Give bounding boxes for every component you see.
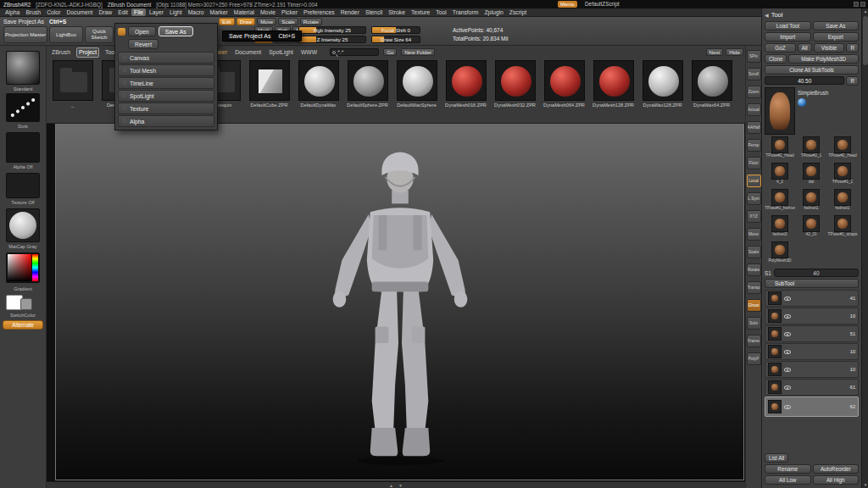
visibility-eye-icon[interactable] (784, 385, 791, 390)
recent-tool-thumbnail[interactable] (834, 136, 851, 153)
window-button-icon[interactable] (854, 2, 859, 7)
subtool-thumbnail[interactable] (768, 291, 782, 305)
clone-button[interactable]: Clone (765, 54, 787, 64)
shelf-toggle-button[interactable]: Scroll (747, 68, 761, 80)
z-intensity-slider[interactable]: Z Intensity 25 (298, 36, 366, 43)
menu-item[interactable]: Brush (23, 8, 43, 16)
menu-item[interactable]: Macro (186, 8, 207, 16)
menu-item[interactable]: Movie (258, 8, 278, 16)
mode-button[interactable]: Move (257, 18, 276, 25)
menu-item[interactable]: Material (231, 8, 257, 16)
lightbox-item[interactable]: DynaMesh032.ZPR (491, 59, 539, 122)
shelf-toggle-button[interactable]: Frame (747, 335, 761, 347)
menu-item[interactable]: Marker (208, 8, 231, 16)
goz-all-button[interactable]: All (798, 43, 812, 53)
alternate-button[interactable]: Alternate (3, 320, 43, 330)
rgb-intensity-slider[interactable]: Rgb Intensity 25 (298, 26, 366, 34)
recent-tool-thumbnail[interactable] (803, 136, 820, 153)
lightbox-item-thumbnail[interactable] (446, 60, 487, 101)
file-menu-section[interactable]: SpotLight (118, 90, 214, 102)
subtool-row[interactable]: 41 (765, 290, 859, 307)
recent-tool-item[interactable]: helmet1 (827, 189, 858, 214)
lightbox-item[interactable]: DefaultDynaWax (294, 59, 342, 122)
recent-tool-thumbnail[interactable] (803, 189, 820, 206)
current-stroke-thumbnail[interactable] (6, 93, 40, 122)
memo-badge[interactable]: Memo (558, 1, 577, 8)
menu-item[interactable]: Document (64, 8, 95, 16)
menu-item[interactable]: Light (167, 8, 185, 16)
focal-shift-slider[interactable]: Focal Shift 0 (371, 26, 420, 34)
scroll-down-icon[interactable]: ▼ (862, 482, 868, 488)
gradient-label[interactable]: Gradient (0, 286, 46, 291)
lightbox-item[interactable]: DynaWax128.ZPR (638, 59, 687, 122)
tool-value-slider[interactable]: 40.50 (765, 76, 844, 85)
collapse-arrow-icon[interactable]: ◀ (765, 12, 769, 18)
subtool-row[interactable]: 10 (765, 308, 859, 324)
current-material-thumbnail[interactable] (6, 208, 40, 242)
lightbox-item-thumbnail[interactable] (495, 60, 536, 101)
import-button[interactable]: Import (765, 32, 811, 42)
subtool-row[interactable]: 51 (765, 325, 859, 342)
recent-tool-item[interactable]: PolyMesh3D (765, 241, 795, 267)
recent-tool-item[interactable]: helmet3 (765, 215, 795, 241)
rename-button[interactable]: Rename (765, 464, 811, 474)
mode-button[interactable]: Scale (278, 18, 298, 25)
export-button[interactable]: Export (813, 32, 860, 42)
recent-tool-item[interactable]: TPose#1_1 (827, 163, 858, 188)
save-as-button[interactable]: Save As (813, 21, 860, 30)
shelf-toggle-button[interactable]: Transp (747, 281, 761, 294)
shelf-toggle-button[interactable]: AAHalf (747, 121, 761, 134)
lightbox-item-thumbnail[interactable] (348, 60, 388, 101)
recent-tool-item[interactable]: dal (796, 163, 826, 188)
subtool-row[interactable]: 61 (765, 379, 859, 396)
shelf-toggle-button[interactable]: Ghost (747, 299, 761, 312)
shelf-toggle-button[interactable]: L.Sym (747, 192, 761, 205)
shelf-toggle-button[interactable]: Solo (747, 317, 761, 330)
menu-item[interactable]: Tool (433, 8, 448, 16)
shelf-toggle-button[interactable]: SPix (747, 50, 761, 63)
lightbox-tab[interactable]: Document (233, 48, 263, 57)
file-menu-section[interactable]: Canvas (118, 52, 214, 64)
lightbox-item-thumbnail[interactable] (53, 60, 93, 101)
shelf-toggle-button[interactable]: Floor (747, 157, 761, 169)
lightbox-item[interactable]: DefaultWaxSphere (392, 59, 441, 122)
recent-tool-item[interactable]: 42_Ol (796, 215, 826, 241)
lightbox-search-box[interactable]: *.* (330, 48, 379, 56)
draw-size-slider[interactable]: Draw Size 64 (371, 36, 420, 43)
lightbox-item-thumbnail[interactable] (692, 60, 732, 101)
shelf-toggle-button[interactable]: Zoom (747, 86, 761, 98)
file-menu-section[interactable]: Texture (118, 103, 214, 114)
subtool-thumbnail[interactable] (768, 363, 782, 376)
simple-brush-icon[interactable] (798, 98, 806, 107)
all-low-button[interactable]: All Low (765, 475, 811, 485)
recent-tool-item[interactable]: TPose#1_straps (827, 215, 858, 241)
recent-tool-thumbnail[interactable] (771, 215, 788, 232)
menu-item[interactable]: Stencil (363, 8, 385, 16)
scroll-up-icon[interactable]: ▲ (389, 483, 393, 488)
clone-all-subtools-button[interactable]: Clone All SubTools (765, 65, 859, 75)
lightbox-item-thumbnail[interactable] (397, 60, 437, 101)
shelf-toggle-button[interactable]: Scale (747, 246, 761, 258)
lightbox-item[interactable]: DefaultSphere.ZPR (343, 59, 392, 122)
saturation-square[interactable] (8, 254, 31, 281)
lightbox-item[interactable]: DynaMesh128.ZPR (589, 59, 637, 122)
all-high-button[interactable]: All High (813, 475, 860, 485)
lightbox-tab[interactable]: Project (76, 47, 99, 58)
recent-tool-thumbnail[interactable] (771, 189, 788, 206)
menu-item[interactable]: Transform (450, 8, 481, 16)
lightbox-item[interactable]: DynaMesh064.ZPR (540, 59, 588, 122)
next-button[interactable]: Next (706, 48, 724, 56)
menu-item[interactable]: Zplugin (481, 8, 505, 16)
menu-item[interactable]: Zscript (507, 8, 529, 16)
recent-tool-thumbnail[interactable] (803, 163, 820, 180)
mode-button[interactable]: Draw (236, 18, 255, 25)
recent-tool-item[interactable]: TPose#2_Head (827, 136, 858, 162)
subtool-thumbnail[interactable] (768, 327, 782, 341)
visibility-eye-icon[interactable] (784, 405, 791, 409)
load-tool-button[interactable]: Load Tool (765, 21, 811, 30)
visibility-eye-icon[interactable] (784, 297, 791, 301)
current-texture-thumbnail[interactable] (6, 173, 40, 198)
recent-tool-item[interactable]: TPose#2_1 (796, 136, 826, 162)
canvas-horizontal-scrollbar[interactable]: ▲ ▼ (47, 481, 745, 488)
list-all-button[interactable]: List All (765, 453, 788, 463)
